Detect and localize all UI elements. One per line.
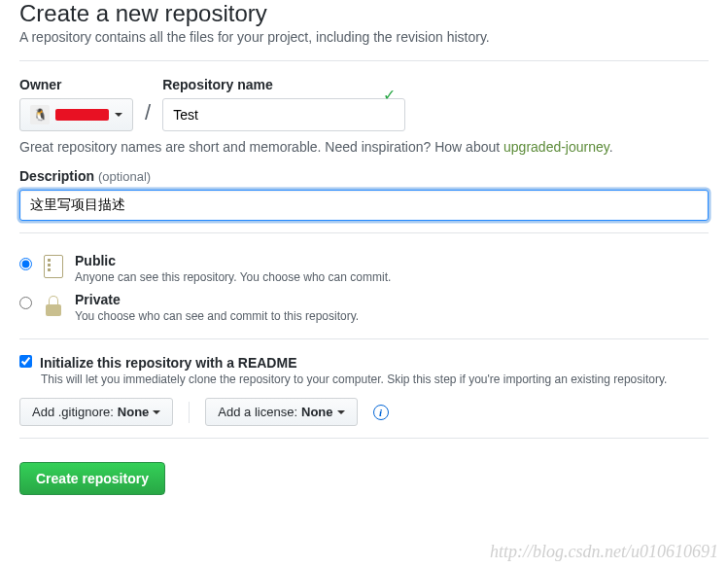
- divider: [19, 232, 709, 233]
- public-title: Public: [75, 253, 391, 268]
- init-readme-desc: This will let you immediately clone the …: [41, 373, 709, 386]
- chevron-down-icon: [337, 410, 345, 414]
- info-icon[interactable]: i: [373, 405, 389, 420]
- public-radio[interactable]: [19, 258, 32, 270]
- page-title: Create a new repository: [19, 0, 709, 27]
- public-desc: Anyone can see this repository. You choo…: [75, 270, 391, 284]
- repo-icon: [42, 253, 65, 280]
- private-radio[interactable]: [19, 297, 32, 309]
- create-repository-button[interactable]: Create repository: [19, 462, 165, 495]
- visibility-private[interactable]: Private You choose who can see and commi…: [19, 288, 709, 327]
- description-label: Description (optional): [19, 168, 709, 184]
- divider: [19, 60, 709, 61]
- lock-icon: [42, 292, 65, 319]
- private-desc: You choose who can see and commit to thi…: [75, 309, 359, 323]
- init-readme-label: Initialize this repository with a README: [40, 355, 296, 371]
- private-title: Private: [75, 292, 359, 307]
- owner-avatar-icon: 🐧: [30, 105, 50, 124]
- init-readme-checkbox[interactable]: [19, 355, 32, 368]
- divider: [19, 338, 709, 339]
- owner-select[interactable]: 🐧: [19, 98, 133, 131]
- divider: [19, 438, 709, 439]
- visibility-public[interactable]: Public Anyone can see this repository. Y…: [19, 249, 709, 288]
- gitignore-select[interactable]: Add .gitignore: None: [19, 398, 173, 426]
- owner-name-redacted: [55, 109, 109, 121]
- license-select[interactable]: Add a license: None: [205, 398, 357, 426]
- name-hint: Great repository names are short and mem…: [19, 139, 709, 155]
- chevron-down-icon: [115, 113, 122, 117]
- separator: [189, 402, 190, 423]
- suggestion-link[interactable]: upgraded-journey: [503, 139, 609, 155]
- chevron-down-icon: [153, 410, 160, 414]
- slash-separator: /: [143, 100, 153, 131]
- repo-name-label: Repository name: [162, 77, 405, 92]
- page-subtitle: A repository contains all the files for …: [19, 29, 709, 45]
- owner-label: Owner: [19, 77, 133, 92]
- check-icon: ✓: [383, 86, 396, 104]
- repo-name-input[interactable]: [162, 98, 405, 131]
- description-input[interactable]: [19, 190, 709, 221]
